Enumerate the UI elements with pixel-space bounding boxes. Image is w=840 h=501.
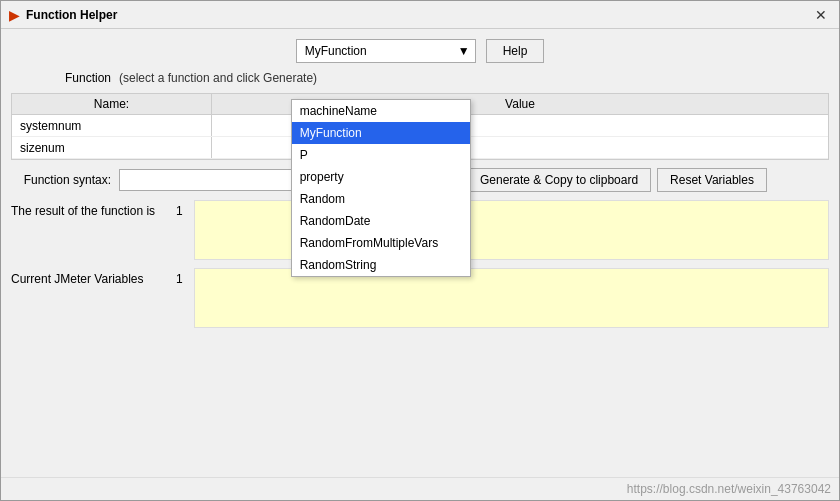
reset-variables-button[interactable]: Reset Variables <box>657 168 767 192</box>
function-hint: (select a function and click Generate) <box>119 71 317 85</box>
dropdown-menu: machineName MyFunction P property Random… <box>291 99 471 277</box>
function-dropdown[interactable] <box>296 39 476 63</box>
dropdown-item-randomstring[interactable]: RandomString <box>292 254 470 276</box>
content-area: ▼ machineName MyFunction P property Rand… <box>1 29 839 477</box>
dropdown-item-randomdate[interactable]: RandomDate <box>292 210 470 232</box>
variables-label: Current JMeter Variables <box>11 268 174 290</box>
app-icon: ▶ <box>9 7 20 23</box>
dropdown-item-random[interactable]: Random <box>292 188 470 210</box>
row2-name: sizenum <box>12 137 212 158</box>
footer: https://blog.csdn.net/weixin_43763042 <box>1 477 839 500</box>
dropdown-item-property[interactable]: property <box>292 166 470 188</box>
title-bar: ▶ Function Helper ✕ <box>1 1 839 29</box>
syntax-label: Function syntax: <box>11 173 111 187</box>
action-buttons: Generate & Copy to clipboard Reset Varia… <box>467 168 767 192</box>
footer-url: https://blog.csdn.net/weixin_43763042 <box>627 482 831 496</box>
function-row: Function (select a function and click Ge… <box>11 71 829 85</box>
row1-name: systemnum <box>12 115 212 136</box>
dropdown-item-myfunction[interactable]: MyFunction <box>292 122 470 144</box>
function-dropdown-container: ▼ machineName MyFunction P property Rand… <box>296 39 476 63</box>
help-button[interactable]: Help <box>486 39 545 63</box>
variables-number: 1 <box>174 268 194 290</box>
generate-copy-button[interactable]: Generate & Copy to clipboard <box>467 168 651 192</box>
variables-section: Current JMeter Variables 1 <box>11 268 829 328</box>
variables-value <box>194 268 829 328</box>
result-label: The result of the function is <box>11 200 174 222</box>
dropdown-item-randomfrommultiplevars[interactable]: RandomFromMultipleVars <box>292 232 470 254</box>
dropdown-item-p[interactable]: P <box>292 144 470 166</box>
close-button[interactable]: ✕ <box>811 7 831 23</box>
dropdown-item-machinename[interactable]: machineName <box>292 100 470 122</box>
function-label: Function <box>11 71 111 85</box>
top-row: ▼ machineName MyFunction P property Rand… <box>11 39 829 63</box>
main-window: ▶ Function Helper ✕ ▼ machineName MyFunc… <box>0 0 840 501</box>
header-name: Name: <box>12 94 212 114</box>
result-value <box>194 200 829 260</box>
window-title: Function Helper <box>26 8 811 22</box>
result-number: 1 <box>174 200 194 222</box>
